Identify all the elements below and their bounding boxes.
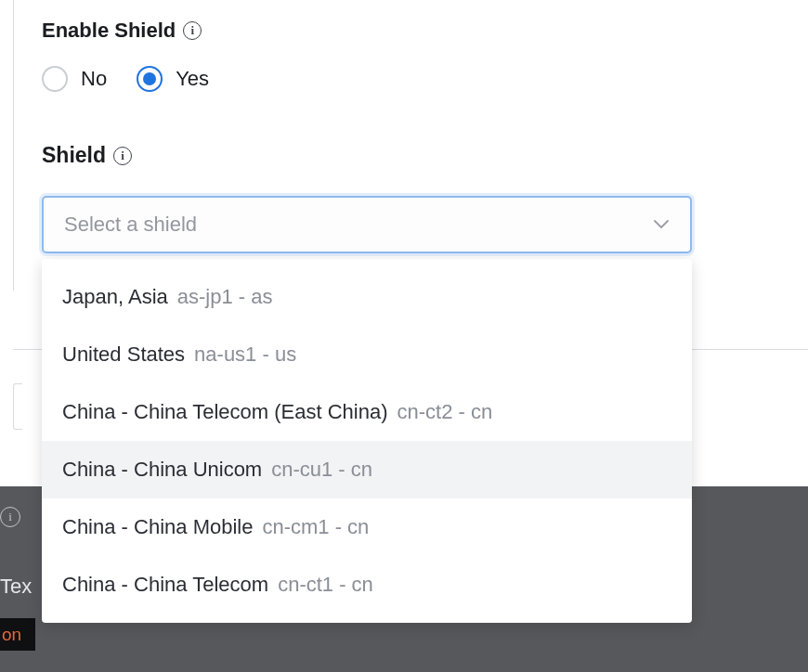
option-code: cn-cm1 - cn <box>262 515 369 539</box>
radio-option-no[interactable]: No <box>42 66 107 92</box>
option-name: China - China Mobile <box>62 515 253 539</box>
enable-shield-radio-group: No Yes <box>42 66 780 92</box>
shield-select[interactable]: Select a shield <box>42 196 692 253</box>
shield-dropdown: Japan, Asiaas-jp1 - asUnited Statesna-us… <box>42 259 692 623</box>
option-code: as-jp1 - as <box>177 285 273 309</box>
dropdown-option[interactable]: China - China Telecom (East China)cn-ct2… <box>42 383 692 441</box>
info-icon[interactable]: i <box>113 147 132 165</box>
enable-shield-text: Enable Shield <box>42 19 176 43</box>
option-name: China - China Unicom <box>62 458 262 482</box>
dropdown-option[interactable]: China - China Mobilecn-cm1 - cn <box>42 498 692 556</box>
background-orange-label: on <box>0 618 35 651</box>
radio-button-no[interactable] <box>42 66 68 92</box>
option-name: China - China Telecom (East China) <box>62 400 388 424</box>
option-name: United States <box>62 342 185 367</box>
shield-label: Shield i <box>42 143 780 168</box>
radio-label-yes: Yes <box>176 67 209 91</box>
radio-option-yes[interactable]: Yes <box>137 66 209 92</box>
chevron-down-icon <box>653 216 670 233</box>
dropdown-option[interactable]: China - China Unicomcn-cu1 - cn <box>42 441 692 498</box>
option-code: cn-ct1 - cn <box>278 573 373 597</box>
option-name: Japan, Asia <box>62 285 168 309</box>
enable-shield-label: Enable Shield i <box>42 19 780 43</box>
option-name: China - China Telecom <box>62 573 268 597</box>
dropdown-option[interactable]: Japan, Asiaas-jp1 - as <box>42 268 692 326</box>
info-icon[interactable]: i <box>183 21 202 40</box>
dropdown-option[interactable]: China - China Telecomcn-ct1 - cn <box>42 556 692 614</box>
option-code: na-us1 - us <box>194 342 296 367</box>
dropdown-option[interactable]: United Statesna-us1 - us <box>42 326 692 383</box>
info-icon: i <box>0 507 20 527</box>
radio-label-no: No <box>81 67 107 91</box>
radio-button-yes[interactable] <box>137 66 163 92</box>
background-box-fragment <box>13 383 22 430</box>
shield-text: Shield <box>42 143 106 168</box>
option-code: cn-ct2 - cn <box>397 400 493 424</box>
shield-placeholder: Select a shield <box>64 213 197 237</box>
option-code: cn-cu1 - cn <box>271 458 372 482</box>
background-tex-label: Tex <box>0 575 32 599</box>
